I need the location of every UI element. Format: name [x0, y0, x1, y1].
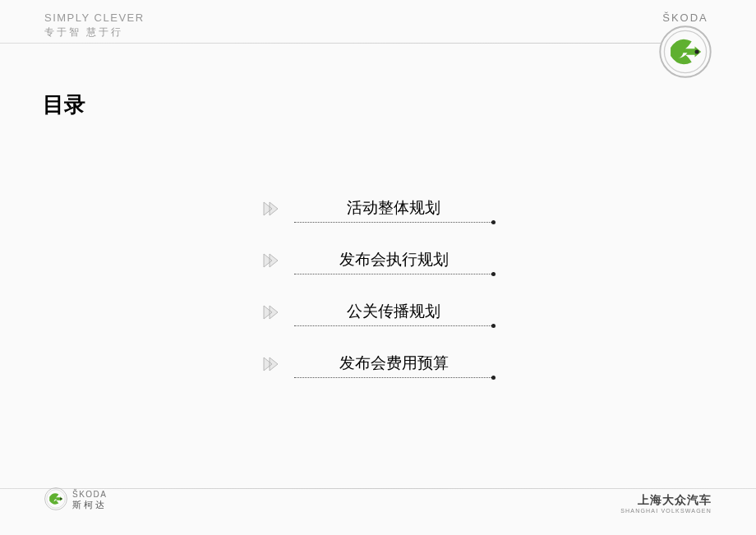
footer-right: 上海大众汽车 SHANGHAI VOLKSWAGEN	[620, 493, 712, 514]
bullet-dot-icon	[491, 220, 496, 224]
brand-top: ŠKODA	[659, 12, 712, 81]
toc-item-label: 活动整体规划	[294, 197, 493, 223]
skoda-logo-icon	[659, 25, 712, 81]
footer-brand-chinese: 斯柯达	[72, 499, 108, 511]
bullet-dot-icon	[491, 272, 496, 276]
footer-left: ŠKODA 斯柯达	[44, 487, 108, 514]
chevron-right-icon	[263, 357, 281, 375]
skoda-logo-icon	[44, 487, 67, 514]
chevron-right-icon	[263, 201, 281, 219]
chevron-right-icon	[263, 305, 281, 323]
toc-item: 发布会执行规划	[263, 249, 493, 274]
svg-point-5	[60, 498, 62, 500]
bullet-dot-icon	[491, 324, 496, 328]
footer-brand-english: ŠKODA	[72, 490, 108, 499]
chevron-right-icon	[263, 253, 281, 271]
header: SIMPLY CLEVER 专于智 慧于行 ŠKODA	[0, 0, 756, 78]
toc-item: 发布会费用预算	[263, 353, 493, 378]
toc-item-label: 发布会执行规划	[294, 249, 493, 274]
toc-item-label: 公关传播规划	[294, 301, 493, 326]
svg-point-2	[695, 49, 699, 53]
footer-company-chinese: 上海大众汽车	[638, 493, 712, 508]
footer: ŠKODA 斯柯达 上海大众汽车 SHANGHAI VOLKSWAGEN	[0, 487, 756, 527]
toc-item: 活动整体规划	[263, 197, 493, 223]
footer-company-english: SHANGHAI VOLKSWAGEN	[620, 508, 712, 514]
toc-item: 公关传播规划	[263, 301, 493, 326]
divider-top	[0, 43, 662, 44]
brand-name-text: ŠKODA	[662, 12, 708, 24]
tagline-chinese: 专于智 慧于行	[44, 25, 145, 39]
tagline-block: SIMPLY CLEVER 专于智 慧于行	[44, 12, 145, 39]
tagline-english: SIMPLY CLEVER	[44, 12, 145, 24]
table-of-contents: 活动整体规划 发布会执行规划 公关传播规划 发布会费用预算	[0, 197, 756, 378]
toc-item-label: 发布会费用预算	[294, 353, 493, 378]
page-title: 目录	[43, 90, 756, 119]
footer-brand-block: ŠKODA 斯柯达	[72, 490, 108, 511]
bullet-dot-icon	[491, 376, 496, 380]
